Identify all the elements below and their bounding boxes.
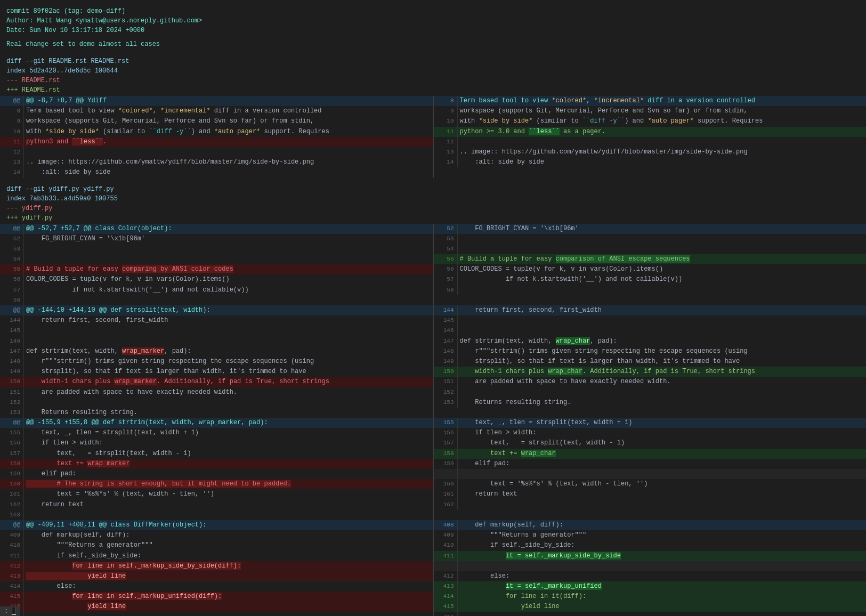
- h2r151: 151 are padded with space to have exactl…: [434, 377, 867, 387]
- h4r413-add: 413 it = self._markup_unified: [434, 581, 867, 591]
- h4l415-del: 415 for line in self._markup_unified(dif…: [0, 591, 433, 602]
- left-pane-readme: @@ @@ -8,7 +8,7 @@ Ydiff 8 Term based to…: [0, 96, 433, 178]
- h2r147: 147 def strtrim(text, width, wrap_char, …: [434, 336, 867, 346]
- h2r150-add: 150 width-1 chars plus wrap_char. Additi…: [434, 367, 867, 377]
- h3l163: 163: [0, 510, 433, 520]
- h3l162: 162 return text: [0, 500, 433, 510]
- minus-file-readme: --- README.rst: [6, 76, 860, 85]
- h3l158-del: 158 text += wrap_marker: [0, 459, 433, 469]
- h4l412-del: 412 for line in self._markup_side_by_sid…: [0, 561, 433, 571]
- h4l413-del: 413 yield line: [0, 571, 433, 581]
- h2l149: 149 strsplit), so that if text is larger…: [0, 367, 433, 377]
- h1l56: 56 COLOR_CODES = tuple(v for k, v in var…: [0, 274, 433, 285]
- hunk3-right-header: 155 text, _, tlen = strsplit(text, width…: [434, 418, 867, 428]
- h3l155: 155 text, _, tlen = strsplit(text, width…: [0, 428, 433, 438]
- h1r54: 54: [434, 244, 867, 254]
- h2l144: 144 return first, second, first_width: [0, 315, 433, 326]
- line-l9: 9 workspace (supports Git, Mercurial, Pe…: [0, 116, 433, 126]
- right-pane-hunk2: 144 return first, second, first_width 14…: [434, 305, 867, 418]
- h1r56: 56 COLOR_CODES = tuple(v for k, v in var…: [434, 264, 867, 274]
- h2r148: 148 r"""strtrim() trims given string res…: [434, 346, 867, 356]
- hunk4-left-header: @@ @@ -409,11 +408,11 @@ class DiffMarke…: [0, 520, 433, 530]
- h3r159: 159 elif pad:: [434, 459, 867, 469]
- line-l13: 13 .. image:: https://github.com/ymattw/…: [0, 157, 433, 167]
- ydiff-hunk3: @@ @@ -155,9 +155,8 @@ def strtrim(text,…: [0, 418, 866, 520]
- right-pane-readme: 8 Term based tool to view *colored*, *in…: [434, 96, 867, 178]
- h4l417: 417: [0, 612, 433, 616]
- h3r158-add: 158 text += wrap_char: [434, 449, 867, 459]
- h1r55-add: 55 # Build a tuple for easy comparison o…: [434, 254, 867, 264]
- h2r153: 153 Returns resulting string.: [434, 398, 867, 408]
- line-r10: 10 with *side by side* (similar to ``dif…: [434, 116, 867, 126]
- h2l150-del: 150 width-1 chars plus wrap_marker. Addi…: [0, 377, 433, 387]
- h4l410: 410 """Returns a generator""": [0, 540, 433, 550]
- h3r156: 156 if tlen > width:: [434, 428, 867, 438]
- line-l10: 10 with *side by side* (similar to ``dif…: [0, 127, 433, 137]
- diff-view: commit 89f02ac (tag: demo-diff) Author: …: [0, 0, 866, 616]
- h2r145: 145: [434, 315, 867, 326]
- right-pane-hunk4: 408 def markup(self, diff): 409 """Retur…: [434, 520, 867, 616]
- h1l53: 53: [0, 244, 433, 254]
- h4r416: 416: [434, 612, 867, 616]
- commit-header: commit 89f02ac (tag: demo-diff) Author: …: [0, 4, 866, 55]
- h4r409: 409 """Returns a generator""": [434, 530, 867, 540]
- left-pane-hunk3: @@ @@ -155,9 +155,8 @@ def strtrim(text,…: [0, 418, 433, 520]
- minus-file-ydiff: --- ydiff.py: [6, 204, 860, 213]
- h2l148: 148 r"""strtrim() trims given string res…: [0, 356, 433, 367]
- h1l57: 57 if not k.startswith('__') and not cal…: [0, 285, 433, 295]
- hunk-header-left: @@ @@ -8,7 +8,7 @@ Ydiff: [0, 96, 433, 106]
- h3r160: 160 text = '%s%*s' % (text, width - tlen…: [434, 479, 867, 489]
- author-line: Author: Matt Wang <ymattw@users.noreply.…: [6, 16, 860, 26]
- h3r161: 161 return text: [434, 489, 867, 499]
- line-l14: 14 :alt: side by side: [0, 167, 433, 177]
- h2r146: 146: [434, 326, 867, 336]
- hunk-header-right: 8 Term based tool to view *colored*, *in…: [434, 96, 867, 106]
- h1r53: 53: [434, 234, 867, 244]
- h3r160-empty: [434, 469, 867, 479]
- h1l52: 52 FG_BRIGHT_CYAN = '\x1b[96m': [0, 234, 433, 244]
- h4l414: 414 else:: [0, 581, 433, 591]
- ydiff-hunk4: @@ @@ -409,11 +408,11 @@ class DiffMarke…: [0, 520, 866, 616]
- hunk1-left-header: @@ @@ -52,7 +52,7 @@ class Color(object)…: [0, 224, 433, 234]
- plus-file-ydiff: +++ ydiff.py: [6, 213, 860, 223]
- gap-1: [0, 178, 866, 183]
- h4r411-add: 411 it = self._markup_side_by_side: [434, 551, 867, 561]
- h3r157: 157 text, = strsplit(text, width - 1): [434, 438, 867, 448]
- hunk3-left-header: @@ @@ -155,9 +155,8 @@ def strtrim(text,…: [0, 418, 433, 428]
- h2l151: 151 are padded with space to have exactl…: [0, 387, 433, 398]
- ydiff-hunk2: @@ @@ -144,10 +144,10 @@ def strsplit(te…: [0, 305, 866, 418]
- h1r57: 57 if not k.startswith('__') and not cal…: [434, 274, 867, 285]
- h1r58: 58: [434, 285, 867, 295]
- h3l161: 161 text = '%s%*s' % (text, width - tlen…: [0, 489, 433, 499]
- date-line: Date: Sun Nov 10 13:17:18 2024 +0000: [6, 26, 860, 35]
- bottom-prompt: :: [4, 607, 8, 615]
- line-l11-del: 11 python3 and ``less``.: [0, 137, 433, 147]
- diff-git-ydiff: diff --git ydiff.py ydiff.py: [6, 184, 860, 194]
- h4l409: 409 def markup(self, diff):: [0, 530, 433, 540]
- h2l153: 153 Returns resulting string.: [0, 408, 433, 418]
- plus-file-readme: +++ README.rst: [6, 85, 860, 95]
- index-readme: index 5d2a420..7de6d5c 100644: [6, 66, 860, 76]
- h3l156: 156 if tlen > width:: [0, 438, 433, 448]
- file-header-readme: diff --git README.rst README.rst index 5…: [0, 55, 866, 96]
- index-ydiff: index 7ab3b33..a4d59a0 100755: [6, 194, 860, 204]
- readme-diff-content: @@ @@ -8,7 +8,7 @@ Ydiff 8 Term based to…: [0, 96, 866, 178]
- h3l160-del: 160 # The string is short enough, but it…: [0, 479, 433, 489]
- commit-line: commit 89f02ac (tag: demo-diff): [6, 6, 860, 16]
- file-header-ydiff: diff --git ydiff.py ydiff.py index 7ab3b…: [0, 183, 866, 224]
- h2r152: 152: [434, 387, 867, 398]
- left-pane-hunk2: @@ @@ -144,10 +144,10 @@ def strsplit(te…: [0, 305, 433, 418]
- h4r412: 412 else:: [434, 571, 867, 581]
- h1l58: 58: [0, 295, 433, 305]
- hunk2-right-header: 144 return first, second, first_width: [434, 305, 867, 315]
- right-pane-hunk1: 52 FG_BRIGHT_CYAN = '\x1b[96m' 53 54 55 …: [434, 224, 867, 306]
- h3l159: 159 elif pad:: [0, 469, 433, 479]
- h4r-empty1: [434, 561, 867, 571]
- line-r9: 9 workspace (supports Git, Mercurial, Pe…: [434, 106, 867, 116]
- h2l145: 145: [0, 326, 433, 336]
- left-pane-hunk1: @@ @@ -52,7 +52,7 @@ class Color(object)…: [0, 224, 433, 306]
- h2l147: 147 def strtrim(text, width, wrap_marker…: [0, 346, 433, 356]
- right-pane-hunk3: 155 text, _, tlen = strsplit(text, width…: [434, 418, 867, 520]
- h1l54: 54: [0, 254, 433, 264]
- bottom-status-bar: : █: [0, 606, 20, 616]
